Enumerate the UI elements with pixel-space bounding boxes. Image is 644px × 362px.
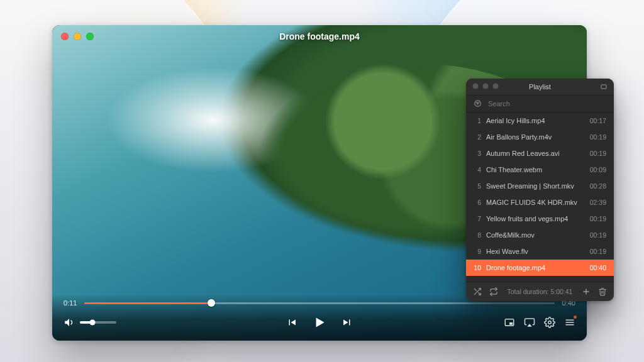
svg-line-15 [474,288,476,290]
playlist-item-name: Coffe&Milk.mov [486,231,585,239]
playlist-item[interactable]: 9Hexi Wave.flv00:19 [466,243,614,260]
playlist-item-duration: 00:19 [590,248,606,255]
playlist-search [466,96,614,112]
playlist-item-duration: 00:09 [590,166,606,173]
playlist-header: Playlist [466,79,614,96]
playlist-item-name: Sweet Dreaming | Short.mkv [486,182,585,190]
playlist-item-index: 3 [471,150,481,157]
playlist-item-name: MAGIC FLUIDS 4K HDR.mkv [486,199,585,206]
playlist-item-name: Hexi Wave.flv [486,248,585,255]
playlist-traffic-lights [472,83,499,89]
playlist-item-index: 10 [471,264,481,272]
airplay-button[interactable] [524,317,535,328]
playlist-item-name: Air Ballons Party.m4v [486,133,585,141]
playlist-close-button[interactable] [472,83,479,89]
playlist-expand-button[interactable] [600,83,608,92]
picture-in-picture-button[interactable] [504,317,515,328]
svg-marker-3 [527,324,532,327]
filter-icon [474,99,482,109]
previous-track-button[interactable] [286,317,297,328]
svg-rect-8 [601,85,606,89]
playlist-item-index: 9 [471,248,481,255]
playlist-item-index: 5 [471,182,481,190]
playlist-item-duration: 00:28 [590,182,606,190]
volume-slider[interactable] [80,321,116,324]
playlist-item-name: Autumn Red Leaves.avi [486,150,585,157]
playlist-item[interactable]: 4Chi Theater.webm00:09 [466,162,614,178]
repeat-button[interactable] [489,287,498,296]
playlist-toggle-button[interactable] [564,317,575,328]
playlist-item-duration: 02:39 [590,199,606,206]
playlist-item-index: 6 [471,199,481,206]
buttons-row [64,313,575,332]
playlist-item[interactable]: 8Coffe&Milk.mov00:19 [466,227,614,243]
playlist-item-index: 2 [471,133,481,141]
playlist-item-name: Aerial Icy Hills.mp4 [486,117,585,124]
playlist-item[interactable]: 10Drone footage.mp400:40 [466,260,614,276]
playlist-item-duration: 00:19 [590,231,606,239]
playlist-item[interactable]: 2Air Ballons Party.m4v00:19 [466,129,614,145]
delete-from-playlist-button[interactable] [598,287,607,296]
playlist-panel: Playlist 1Aerial Icy Hills.mp400:172Air … [466,79,614,301]
playlist-item[interactable]: 7Yellow fruits and vegs.mp400:19 [466,211,614,227]
window-title: Drone footage.mp4 [52,31,587,41]
settings-button[interactable] [544,317,555,328]
playlist-item[interactable]: 5Sweet Dreaming | Short.mkv00:28 [466,178,614,194]
play-button[interactable] [311,314,328,331]
playlist-item-name: Chi Theater.webm [486,166,585,173]
playlist-search-input[interactable] [487,99,606,108]
player-controls: 0:11 0:40 [52,294,587,341]
playlist-minimize-button[interactable] [482,83,489,89]
playlist-item-index: 4 [471,166,481,173]
svg-rect-2 [509,322,513,325]
volume-thumb[interactable] [90,320,96,326]
playlist-item[interactable]: 6MAGIC FLUIDS 4K HDR.mkv02:39 [466,194,614,211]
playlist-item-index: 7 [471,215,481,222]
svg-marker-0 [65,319,69,326]
playlist-total-duration: Total duration: 5:00:41 [506,288,574,295]
seek-thumb[interactable] [208,299,215,307]
playlist-item-duration: 00:40 [590,264,606,272]
playlist-title: Playlist [529,83,551,90]
volume-control[interactable] [64,317,116,328]
svg-point-4 [548,321,552,324]
playlist-item-name: Yellow fruits and vegs.mp4 [486,215,585,222]
playlist-item-duration: 00:19 [590,215,606,222]
playlist-item-duration: 00:17 [590,117,606,124]
playlist-active-badge [574,315,577,319]
playlist-item[interactable]: 1Aerial Icy Hills.mp400:17 [466,112,614,129]
playlist-footer: Total duration: 5:00:41 [466,282,614,301]
seek-progress [84,302,211,304]
add-to-playlist-button[interactable] [582,287,591,296]
playlist-item-index: 8 [471,231,481,239]
playlist-item[interactable]: 3Autumn Red Leaves.avi00:19 [466,145,614,162]
next-track-button[interactable] [341,317,353,328]
playlist-item-index: 1 [471,117,481,124]
shuffle-button[interactable] [473,287,482,296]
playlist-zoom-button[interactable] [492,83,499,89]
playlist-item-name: Drone footage.mp4 [486,264,585,272]
elapsed-time: 0:11 [64,299,77,307]
playlist-item-duration: 00:19 [590,150,606,157]
playlist-list: 1Aerial Icy Hills.mp400:172Air Ballons P… [466,112,614,282]
playlist-item-duration: 00:19 [590,133,606,141]
volume-icon[interactable] [64,317,75,328]
